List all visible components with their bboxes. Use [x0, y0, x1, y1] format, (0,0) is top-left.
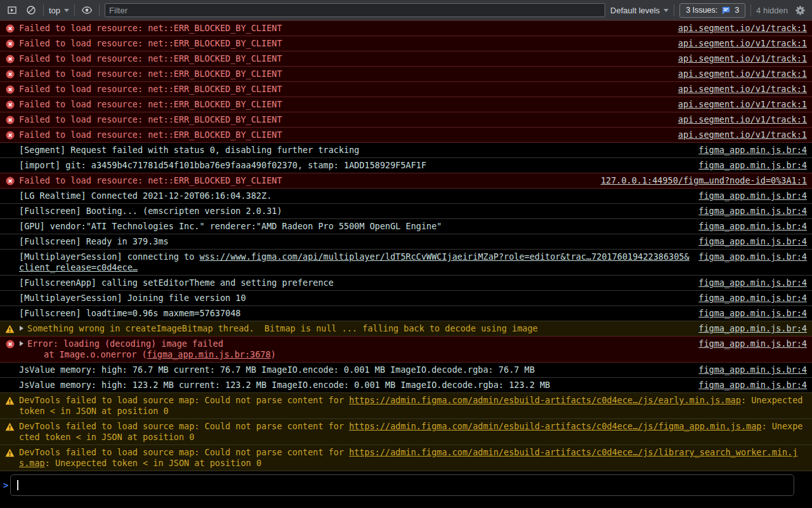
console-message-row: Failed to load resource: net::ERR_BLOCKE… — [0, 127, 812, 143]
console-message-row: [Fullscreen] Booting... (emscripten vers… — [0, 204, 812, 219]
console-message-row: [FullscreenApp] calling setEditorTheme a… — [0, 276, 812, 291]
message-text: Failed to load resource: net::ERR_BLOCKE… — [19, 53, 669, 64]
console-message-row: [import] git: a3459b4c71781d54f101bba76e… — [0, 158, 812, 173]
message-text-segment: ) — [271, 349, 276, 359]
message-text-segment: Failed to load resource: net::ERR_BLOCKE… — [19, 69, 282, 79]
message-text: [MultiplayerSession] connecting to wss:/… — [19, 251, 690, 273]
console-message-row: Failed to load resource: net::ERR_BLOCKE… — [0, 20, 812, 36]
message-text: Failed to load resource: net::ERR_BLOCKE… — [19, 69, 669, 79]
source-location-link[interactable]: figma_app.min.js.br:4 — [690, 338, 807, 349]
message-text: Failed to load resource: net::ERR_BLOCKE… — [19, 38, 669, 49]
source-location-link[interactable]: figma_app.min.js.br:4 — [690, 323, 807, 334]
chevron-down-icon — [64, 9, 69, 12]
source-location-link[interactable]: api.segment.io/v1/track:1 — [669, 84, 807, 95]
console-toolbar: top Default levels 3 Issues: 3 4 hidden — [0, 0, 812, 21]
message-text-segment: [FullscreenApp] calling setEditorTheme a… — [19, 277, 334, 288]
source-location-link[interactable]: figma_app.min.js.br:4 — [690, 380, 807, 391]
console-message-row: JsValue memory: high: 76.7 MB current: 7… — [0, 363, 812, 378]
console-message-row: JsValue memory: high: 123.2 MB current: … — [0, 378, 812, 393]
source-location-link[interactable]: figma_app.min.js.br:4 — [690, 160, 807, 171]
source-location-link[interactable]: figma_app.min.js.br:4 — [690, 236, 807, 247]
message-text: DevTools failed to load source map: Coul… — [19, 395, 807, 417]
message-link[interactable]: https://admin.figma.com/admin/esbuild-ar… — [349, 395, 741, 405]
source-location-link[interactable]: figma_app.min.js.br:4 — [690, 293, 807, 304]
issues-button[interactable]: 3 Issues: 3 — [679, 3, 745, 18]
toolbar-divider — [74, 4, 75, 16]
error-icon — [5, 84, 15, 94]
expand-triangle-icon[interactable] — [19, 340, 25, 347]
filter-input[interactable] — [105, 3, 605, 17]
message-text: Failed to load resource: net::ERR_BLOCKE… — [19, 23, 669, 34]
icon-spacer — [5, 206, 15, 216]
console-sidebar-toggle-icon[interactable] — [5, 3, 19, 17]
hidden-messages-count[interactable]: 4 hidden — [756, 6, 788, 15]
live-expression-eye-icon[interactable] — [80, 3, 94, 17]
console-message-row: [Segment] Request failed with status 0, … — [0, 143, 812, 158]
source-location-link[interactable]: api.segment.io/v1/track:1 — [669, 69, 807, 79]
warning-icon — [5, 324, 15, 333]
source-location-link[interactable]: figma_app.min.js.br:4 — [690, 308, 807, 319]
expand-triangle-icon[interactable] — [19, 325, 25, 331]
source-location-link[interactable]: api.segment.io/v1/track:1 — [669, 23, 807, 34]
source-location-link[interactable]: figma_app.min.js.br:4 — [690, 206, 807, 217]
warning-icon — [5, 448, 15, 457]
console-message-row: Failed to load resource: net::ERR_BLOCKE… — [0, 173, 812, 189]
issues-chat-icon — [721, 6, 731, 15]
console-prompt-input[interactable] — [10, 474, 794, 496]
source-location-link[interactable]: figma_app.min.js.br:4 — [690, 190, 807, 201]
warning-icon — [5, 396, 15, 405]
source-location-link[interactable]: api.segment.io/v1/track:1 — [669, 53, 807, 64]
source-location-link[interactable]: figma_app.min.js.br:4 — [690, 251, 807, 262]
message-text-segment: JsValue memory: high: 123.2 MB current: … — [19, 380, 550, 390]
message-text: Something wrong in createImageBitmap thr… — [27, 323, 690, 334]
source-location-link[interactable]: api.segment.io/v1/track:1 — [669, 38, 807, 49]
message-text: [Fullscreen] Booting... (emscripten vers… — [19, 206, 690, 217]
message-text: [import] git: a3459b4c71781d54f101bba76e… — [19, 160, 690, 171]
source-location-link[interactable]: api.segment.io/v1/track:1 — [669, 99, 807, 110]
source-location-link[interactable]: figma_app.min.js.br:4 — [690, 145, 807, 156]
message-text: [MultiplayerSession] Joining file versio… — [19, 293, 690, 304]
message-text: [GPU] vendor:"ATI Technologies Inc." ren… — [19, 221, 690, 232]
execution-context-selector[interactable]: top — [49, 6, 69, 15]
message-text-segment: Failed to load resource: net::ERR_BLOCKE… — [19, 175, 282, 185]
console-message-row: Something wrong in createImageBitmap thr… — [0, 321, 812, 337]
settings-gear-icon[interactable] — [793, 3, 807, 17]
log-levels-label: Default levels — [610, 6, 660, 15]
source-location-link[interactable]: figma_app.min.js.br:4 — [690, 277, 807, 288]
log-levels-dropdown[interactable]: Default levels — [610, 6, 669, 15]
chevron-down-icon — [664, 9, 669, 12]
toolbar-divider — [43, 4, 44, 16]
source-location-link[interactable]: api.segment.io/v1/track:1 — [669, 130, 807, 140]
console-message-row: [LG Realtime] Connected 2021-12-20T06:16… — [0, 189, 812, 204]
error-icon — [5, 39, 15, 48]
console-message-row: Error: loading (decoding) image failedat… — [0, 336, 812, 363]
error-icon — [5, 176, 15, 185]
message-link[interactable]: figma_app.min.js.br:3678 — [147, 349, 271, 359]
console-message-row: Failed to load resource: net::ERR_BLOCKE… — [0, 36, 812, 51]
source-location-link[interactable]: figma_app.min.js.br:4 — [690, 364, 807, 375]
source-location-link[interactable]: 127.0.0.1:44950/figm…und?node-id=0%3A1:1 — [592, 175, 807, 186]
message-text: Failed to load resource: net::ERR_BLOCKE… — [19, 99, 669, 110]
clear-console-icon[interactable] — [24, 3, 38, 17]
console-message-row: Failed to load resource: net::ERR_BLOCKE… — [0, 97, 812, 112]
toolbar-divider — [750, 4, 751, 16]
source-location-link[interactable]: api.segment.io/v1/track:1 — [669, 114, 807, 125]
console-message-row: [Fullscreen] Ready in 379.3msfigma_app.m… — [0, 234, 812, 250]
error-icon — [5, 115, 15, 124]
message-link[interactable]: https://admin.figma.com/admin/esbuild-ar… — [349, 421, 761, 431]
console-message-row: DevTools failed to load source map: Coul… — [0, 418, 812, 445]
console-message-row: Failed to load resource: net::ERR_BLOCKE… — [0, 112, 812, 128]
message-text-segment: at Image.o.onerror ( — [44, 349, 147, 359]
console-message-row: [MultiplayerSession] connecting to wss:/… — [0, 250, 812, 276]
message-text-segment: [MultiplayerSession] Joining file versio… — [19, 293, 246, 303]
message-text: [Segment] Request failed with status 0, … — [19, 145, 690, 156]
console-message-row: Failed to load resource: net::ERR_BLOCKE… — [0, 66, 812, 82]
message-text-segment: DevTools failed to load source map: Coul… — [19, 395, 349, 405]
source-location-link[interactable]: figma_app.min.js.br:4 — [690, 221, 807, 232]
message-text-segment: Failed to load resource: net::ERR_BLOCKE… — [19, 84, 282, 94]
icon-spacer — [5, 191, 15, 201]
console-message-row: Failed to load resource: net::ERR_BLOCKE… — [0, 51, 812, 67]
message-text-segment: [Fullscreen] Booting... (emscripten vers… — [19, 206, 282, 216]
message-text-segment: DevTools failed to load source map: Coul… — [19, 447, 349, 457]
message-text: [Fullscreen] loadtime=0.96s maxmem=57637… — [19, 308, 690, 319]
